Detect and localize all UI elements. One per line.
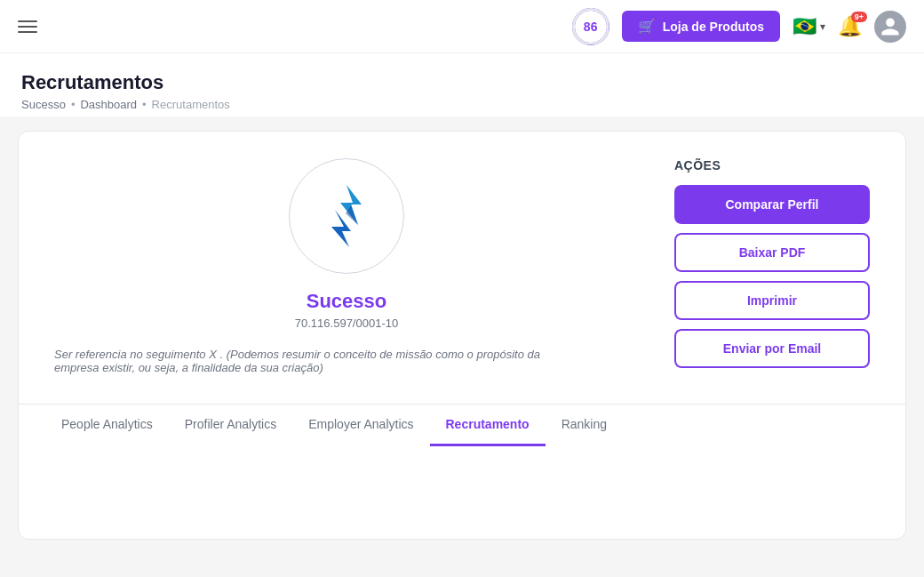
company-logo xyxy=(289,158,404,274)
card-body: Sucesso 70.116.597/0001-10 Ser referenci… xyxy=(19,132,905,404)
tab-employer-analytics[interactable]: Employer Analytics xyxy=(292,405,429,446)
header-left xyxy=(18,20,37,33)
print-button[interactable]: Imprimir xyxy=(674,281,870,320)
download-pdf-button[interactable]: Baixar PDF xyxy=(674,233,870,272)
breadcrumb-sep-1: • xyxy=(71,98,76,111)
score-value: 86 xyxy=(584,20,598,34)
tabs-row: People Analytics Profiler Analytics Empl… xyxy=(19,404,905,446)
company-cnpj: 70.116.597/0001-10 xyxy=(295,317,398,330)
hamburger-menu-button[interactable] xyxy=(18,20,37,33)
notifications-button[interactable]: 🔔 9+ xyxy=(838,15,862,38)
breadcrumb-sucesso[interactable]: Sucesso xyxy=(21,98,66,111)
breadcrumb: Sucesso • Dashboard • Recrutamentos xyxy=(21,98,903,111)
score-circle: 86 xyxy=(572,8,609,45)
tab-people-analytics[interactable]: People Analytics xyxy=(45,405,169,446)
breadcrumb-recrutamentos: Recrutamentos xyxy=(152,98,230,111)
compare-profile-button[interactable]: Comparar Perfil xyxy=(674,185,870,224)
send-email-button[interactable]: Enviar por Email xyxy=(674,329,870,368)
breadcrumb-dashboard[interactable]: Dashboard xyxy=(80,98,137,111)
tab-recrutamento[interactable]: Recrutamento xyxy=(430,405,546,446)
page-title-area: Recrutamentos Sucesso • Dashboard • Recr… xyxy=(0,53,924,116)
notification-badge: 9+ xyxy=(851,12,867,22)
language-selector-button[interactable]: 🇧🇷 ▾ xyxy=(793,15,825,38)
svg-marker-0 xyxy=(340,185,362,225)
company-logo-svg xyxy=(307,176,386,256)
actions-title: AÇÕES xyxy=(674,158,870,172)
company-name: Sucesso xyxy=(307,290,387,313)
company-description: Ser referencia no seguimento X . (Podemo… xyxy=(54,348,552,374)
shop-button[interactable]: 🛒 Loja de Produtos xyxy=(622,11,780,42)
shop-button-label: Loja de Produtos xyxy=(663,20,764,34)
cart-icon: 🛒 xyxy=(638,18,656,35)
card-left: Sucesso 70.116.597/0001-10 Ser referenci… xyxy=(54,158,639,377)
header: 86 🛒 Loja de Produtos 🇧🇷 ▾ 🔔 9+ xyxy=(0,0,924,53)
main-card: Sucesso 70.116.597/0001-10 Ser referenci… xyxy=(18,131,906,540)
flag-icon: 🇧🇷 xyxy=(793,15,816,38)
chevron-down-icon: ▾ xyxy=(820,20,825,33)
page-title: Recrutamentos xyxy=(21,71,903,94)
tab-profiler-analytics[interactable]: Profiler Analytics xyxy=(169,405,292,446)
tab-ranking[interactable]: Ranking xyxy=(546,405,623,446)
avatar[interactable] xyxy=(874,11,906,43)
user-icon xyxy=(880,16,901,37)
header-right: 86 🛒 Loja de Produtos 🇧🇷 ▾ 🔔 9+ xyxy=(572,8,906,45)
card-right: AÇÕES Comparar Perfil Baixar PDF Imprimi… xyxy=(674,158,870,377)
breadcrumb-sep-2: • xyxy=(142,98,147,111)
